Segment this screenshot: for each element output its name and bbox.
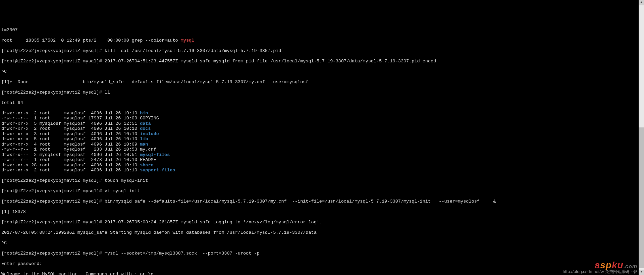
list-item: drwxr-xr-x 3 root mysqlosf 4096 Jul 26 1… (1, 131, 643, 137)
output-line: [root@iZ2ze2jvzepskyobjmavtiZ mysql]# 20… (1, 59, 643, 64)
list-item: -rw-r--r-- 1 root mysqlosf 2478 Jul 26 1… (1, 157, 643, 163)
output-line: [root@iZ2ze2jvzepskyobjmavtiZ mysql]# to… (1, 178, 643, 183)
output-line: [root@iZ2ze2jvzepskyobjmavtiZ mysql]# bi… (1, 199, 643, 204)
directory-name: bin (140, 111, 148, 116)
directory-name: lib (140, 136, 148, 142)
vertical-scrollbar[interactable]: ▲ ▼ (639, 0, 644, 275)
directory-name: include (140, 131, 159, 136)
directory-name: mysql-files (140, 152, 170, 157)
directory-name: man (140, 142, 148, 147)
output-line: total 64 (1, 100, 643, 106)
output-line: [root@iZ2ze2jvzepskyobjmavtiZ mysql]# ll (1, 90, 643, 95)
output-line: ^C (1, 240, 643, 246)
list-item: drwxr-xr-x 5 root mysqlosf 4096 Jul 26 1… (1, 136, 643, 142)
directory-name: share (140, 163, 154, 168)
directory-name: docs (140, 126, 151, 131)
output-line: Welcome to the MySQL monitor. Commands e… (1, 272, 643, 275)
list-item: -rw-r--r-- 1 root mysqlosf 17987 Jul 26 … (1, 116, 643, 121)
list-item: drwxr-xr-x 2 root mysqlosf 4096 Jul 26 1… (1, 168, 643, 173)
list-item: drwxr-xr-x 5 mysqlosf mysqlosf 4096 Jul … (1, 121, 643, 126)
list-item: drwxr-x--- 2 mysqlosf mysqlosf 4096 Jul … (1, 152, 643, 158)
output-line: [root@iZ2ze2jvzepskyobjmavtiZ mysql]# 20… (1, 220, 643, 225)
output-line: [root@iZ2ze2jvzepskyobjmavtiZ mysql]# vi… (1, 188, 643, 194)
list-item: drwxr-xr-x 2 root mysqlosf 4096 Jul 26 1… (1, 111, 643, 116)
output-line: Enter password: (1, 261, 643, 267)
watermark-text: http://blog.csdn.net/w 免费网站源码下载 (560, 264, 637, 274)
output-line: [1] 18378 (1, 209, 643, 215)
list-item: drwxr-xr-x 28 root mysqlosf 4096 Jul 26 … (1, 163, 643, 168)
file-listing: drwxr-xr-x 2 root mysqlosf 4096 Jul 26 1… (1, 111, 643, 173)
list-item: drwxr-xr-x 4 root mysqlosf 4096 Jul 26 1… (1, 142, 643, 147)
output-line: [root@iZ2ze2jvzepskyobjmavtiZ mysql]# my… (1, 251, 643, 256)
scroll-thumb[interactable] (639, 127, 644, 268)
scroll-down-button[interactable]: ▼ (639, 270, 644, 275)
grep-match: mysql (181, 38, 195, 43)
output-line: root 18335 17582 0 12:49 pts/2 00:00:00 … (1, 38, 643, 43)
directory-name: support-files (140, 168, 175, 173)
output-line: [root@iZ2ze2jvzepskyobjmavtiZ mysql]# ki… (1, 48, 643, 54)
scroll-up-button[interactable]: ▲ (639, 0, 644, 5)
output-line: t=3307 (1, 28, 643, 33)
output-line: [1]+ Done bin/mysqld_safe --defaults-fil… (1, 79, 643, 85)
terminal-output[interactable]: t=3307 root 18335 17582 0 12:49 pts/2 00… (1, 22, 643, 275)
list-item: -rw-r--r-- 1 root mysqlosf 283 Jul 26 10… (1, 147, 643, 152)
output-line: ^C (1, 69, 643, 74)
output-line: 2017-07-26T05:08:24.299286Z mysqld_safe … (1, 230, 643, 235)
directory-name: data (140, 121, 151, 126)
list-item: drwxr-xr-x 2 root mysqlosf 4096 Jul 26 1… (1, 126, 643, 131)
